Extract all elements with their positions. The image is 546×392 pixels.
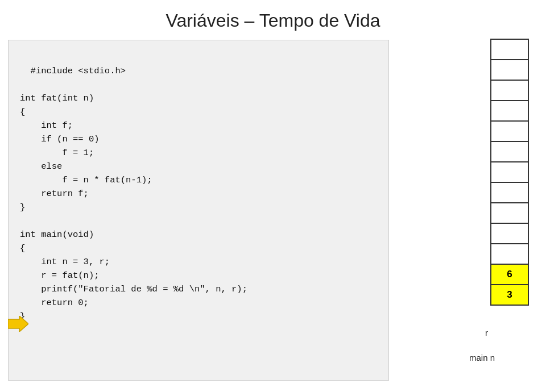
stack-container: 63 [490, 40, 529, 306]
arrow-icon [8, 316, 28, 332]
stack-cell-13: 3 [490, 284, 529, 306]
code-panel: #include <stdio.h> int fat(int n) { int … [8, 40, 389, 381]
stack-cell-4 [490, 100, 529, 122]
stack-cell-7 [490, 161, 529, 183]
stack-cell-9 [490, 202, 529, 224]
stack-cell-2 [490, 59, 529, 81]
page-title: Variáveis – Tempo de Vida [0, 0, 546, 38]
stack-cell-12: 6 [490, 264, 529, 285]
stack-cell-11 [490, 243, 529, 265]
stack-cell-8 [490, 182, 529, 203]
arrow-indicator [8, 316, 31, 332]
stack-label-main-n: main n [469, 353, 495, 362]
svg-marker-0 [8, 316, 28, 332]
stack-cell-6 [490, 141, 529, 162]
code-content: #include <stdio.h> int fat(int n) { int … [20, 66, 247, 322]
stack-cell-1 [490, 39, 529, 60]
stack-label-r: r [485, 328, 488, 337]
stack-cell-5 [490, 120, 529, 142]
stack-cell-10 [490, 223, 529, 244]
stack-cell-3 [490, 80, 529, 101]
